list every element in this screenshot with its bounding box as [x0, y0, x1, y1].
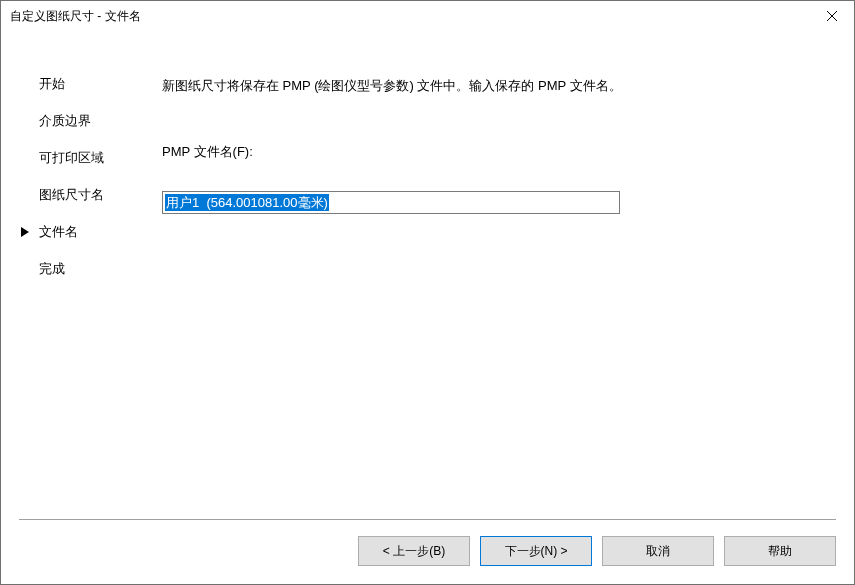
step-media-bounds: 介质边界: [39, 112, 162, 130]
step-finish: 完成: [39, 260, 162, 278]
back-button[interactable]: < 上一步(B): [358, 536, 470, 566]
step-label: 完成: [39, 261, 65, 276]
separator-line: [19, 519, 836, 520]
pmp-filename-wrap: 用户1 (564.001081.00毫米): [162, 191, 620, 214]
step-label: 开始: [39, 76, 65, 91]
window-title: 自定义图纸尺寸 - 文件名: [10, 8, 141, 25]
cancel-button[interactable]: 取消: [602, 536, 714, 566]
step-label: 可打印区域: [39, 150, 104, 165]
step-printable-area: 可打印区域: [39, 149, 162, 167]
step-label: 图纸尺寸名: [39, 187, 104, 202]
step-paper-size-name: 图纸尺寸名: [39, 186, 162, 204]
wizard-page: 新图纸尺寸将保存在 PMP (绘图仪型号参数) 文件中。输入保存的 PMP 文件…: [162, 54, 836, 514]
step-file-name: 文件名: [39, 223, 162, 241]
step-label: 文件名: [39, 224, 78, 239]
button-row: < 上一步(B) 下一步(N) > 取消 帮助: [358, 536, 836, 566]
close-button[interactable]: [809, 1, 854, 30]
dialog-content: 开始 介质边界 可打印区域 图纸尺寸名 文件名 完成 新: [1, 32, 854, 584]
close-icon: [827, 11, 837, 21]
titlebar: 自定义图纸尺寸 - 文件名: [1, 1, 854, 32]
pmp-filename-label: PMP 文件名(F):: [162, 143, 776, 161]
step-begin: 开始: [39, 75, 162, 93]
wizard-steps-sidebar: 开始 介质边界 可打印区域 图纸尺寸名 文件名 完成: [19, 54, 162, 514]
body-area: 开始 介质边界 可打印区域 图纸尺寸名 文件名 完成 新: [19, 54, 836, 514]
pmp-filename-input[interactable]: [162, 191, 620, 214]
help-button[interactable]: 帮助: [724, 536, 836, 566]
next-button[interactable]: 下一步(N) >: [480, 536, 592, 566]
page-description: 新图纸尺寸将保存在 PMP (绘图仪型号参数) 文件中。输入保存的 PMP 文件…: [162, 75, 662, 97]
dialog-window: 自定义图纸尺寸 - 文件名 开始 介质边界 可打印区域 图纸尺寸名: [0, 0, 855, 585]
step-label: 介质边界: [39, 113, 91, 128]
